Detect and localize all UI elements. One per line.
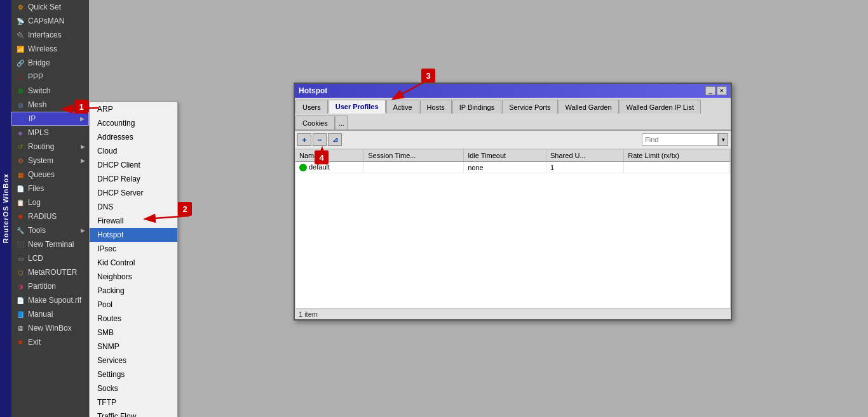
minimize-button[interactable]: _ (705, 86, 715, 95)
submenu-item-dhcp-server[interactable]: DHCP Server (90, 186, 177, 200)
submenu-item-firewall[interactable]: Firewall (90, 214, 177, 228)
table-row[interactable]: defaultnone1 (295, 162, 730, 173)
search-dropdown[interactable]: ▾ (718, 133, 728, 146)
sidebar-item-new-winbox[interactable]: 🖥New WinBox (11, 321, 89, 335)
sidebar-item-exit[interactable]: ✖Exit (11, 335, 89, 349)
sidebar-item-interfaces[interactable]: 🔌Interfaces (11, 28, 89, 42)
sidebar-item-label-new-terminal: New Terminal (28, 240, 74, 249)
sidebar-items: ⚙Quick Set📡CAPsMAN🔌Interfaces📶Wireless🔗B… (11, 0, 89, 417)
submenu-item-kid-control[interactable]: Kid Control (90, 256, 177, 270)
submenu-item-hotspot[interactable]: Hotspot (90, 228, 177, 242)
sidebar-item-ip[interactable]: ⬡IP▶ (11, 112, 89, 126)
tab-ip-bindings[interactable]: IP Bindings (452, 100, 501, 114)
filter-button[interactable]: ⊿ (328, 133, 342, 146)
submenu-item-routes[interactable]: Routes (90, 312, 177, 326)
submenu-item-snmp[interactable]: SNMP (90, 340, 177, 354)
sidebar-item-manual[interactable]: 📘Manual (11, 307, 89, 321)
sidebar-item-metarouter[interactable]: ⬡MetaROUTER (11, 265, 89, 279)
sidebar-item-lcd[interactable]: ▭LCD (11, 251, 89, 265)
sidebar-item-radius[interactable]: ✱RADIUS (11, 209, 89, 223)
submenu-item-arp[interactable]: ARP (90, 102, 177, 116)
files-icon: 📄 (15, 183, 25, 194)
column-name[interactable]: Name (295, 150, 364, 162)
status-bar: 1 item (295, 308, 731, 319)
sidebar-item-label-interfaces: Interfaces (28, 30, 62, 39)
system-icon: ⚙ (15, 156, 25, 166)
sidebar-item-label-make-supout: Make Supout.rif (28, 296, 81, 305)
cell-session-time (364, 162, 464, 173)
sidebar-item-tools[interactable]: 🔧Tools▶ (11, 223, 89, 237)
toolbar: + − ⊿ ▾ (295, 131, 731, 149)
submenu-item-pool[interactable]: Pool (90, 298, 177, 312)
sidebar-item-switch[interactable]: ⚙Switch (11, 84, 89, 98)
submenu-item-packing[interactable]: Packing (90, 284, 177, 298)
column-session-time---[interactable]: Session Time... (364, 150, 464, 162)
sidebar-item-bridge[interactable]: 🔗Bridge (11, 56, 89, 70)
mesh-icon: ◎ (15, 100, 25, 110)
new-terminal-icon: ⬛ (15, 239, 25, 249)
submenu-item-settings[interactable]: Settings (90, 367, 177, 381)
submenu-item-ipsec[interactable]: IPsec (90, 242, 177, 256)
sidebar-item-mpls[interactable]: ◈MPLS (11, 126, 89, 140)
app-label: RouterOS WinBox (0, 0, 11, 417)
submenu-item-dhcp-client[interactable]: DHCP Client (90, 158, 177, 172)
annotation-3: 3 (421, 69, 435, 83)
close-button[interactable]: ✕ (717, 86, 727, 95)
quick-set-icon: ⚙ (15, 2, 25, 12)
annotation-4: 4 (315, 150, 329, 164)
tab-users[interactable]: Users (295, 100, 328, 114)
tab-walled-garden[interactable]: Walled Garden (559, 100, 619, 114)
sidebar-item-label-switch: Switch (28, 86, 50, 95)
submenu-item-socks[interactable]: Socks (90, 381, 177, 395)
submenu-item-services[interactable]: Services (90, 354, 177, 367)
sidebar-item-files[interactable]: 📄Files (11, 182, 89, 195)
search-input[interactable] (642, 133, 718, 146)
sidebar-item-label-manual: Manual (28, 310, 53, 319)
submenu-item-traffic-flow[interactable]: Traffic Flow (90, 409, 177, 417)
column-rate-limit--rx-tx-[interactable]: Rate Limit (rx/tx) (624, 150, 730, 162)
sidebar-item-queues[interactable]: ▦Queues (11, 168, 89, 182)
tab-more[interactable]: ... (336, 116, 348, 129)
sidebar-item-system[interactable]: ⚙System▶ (11, 154, 89, 168)
submenu-item-smb[interactable]: SMB (90, 326, 177, 340)
window-titlebar: Hotspot _ ✕ (295, 84, 731, 98)
cell-name: default (295, 162, 364, 173)
sidebar-item-new-terminal[interactable]: ⬛New Terminal (11, 237, 89, 251)
submenu-item-cloud[interactable]: Cloud (90, 144, 177, 158)
submenu-item-dhcp-relay[interactable]: DHCP Relay (90, 172, 177, 186)
submenu-item-tftp[interactable]: TFTP (90, 395, 177, 409)
radius-icon: ✱ (15, 211, 25, 222)
tab-walled-garden-ip[interactable]: Walled Garden IP List (620, 100, 701, 114)
submenu-item-dns[interactable]: DNS (90, 200, 177, 214)
sidebar-item-capsman[interactable]: 📡CAPsMAN (11, 14, 89, 28)
capsman-icon: 📡 (15, 16, 25, 26)
sidebar-item-label-lcd: LCD (28, 254, 43, 263)
sidebar-item-wireless[interactable]: 📶Wireless (11, 42, 89, 56)
manual-icon: 📘 (15, 309, 25, 319)
sidebar-item-label-files: Files (28, 184, 44, 193)
tab-bar: UsersUser ProfilesActiveHostsIP Bindings… (295, 98, 731, 131)
make-supout-icon: 📄 (15, 295, 25, 305)
column-idle-timeout[interactable]: Idle Timeout (464, 150, 546, 162)
sidebar-item-make-supout[interactable]: 📄Make Supout.rif (11, 293, 89, 307)
routing-arrow-icon: ▶ (81, 143, 85, 150)
sidebar-item-log[interactable]: 📋Log (11, 195, 89, 209)
sidebar-item-quick-set[interactable]: ⚙Quick Set (11, 0, 89, 14)
tab-user-profiles[interactable]: User Profiles (329, 100, 386, 114)
sidebar-item-label-bridge: Bridge (28, 58, 50, 67)
sidebar-item-routing[interactable]: ↺Routing▶ (11, 140, 89, 154)
ip-submenu: ARPAccountingAddressesCloudDHCP ClientDH… (89, 102, 178, 417)
column-shared-u---[interactable]: Shared U... (546, 150, 624, 162)
submenu-item-neighbors[interactable]: Neighbors (90, 270, 177, 284)
submenu-item-addresses[interactable]: Addresses (90, 130, 177, 144)
cell-idle-timeout: none (464, 162, 546, 173)
tab-service-ports[interactable]: Service Ports (502, 100, 557, 114)
tab-hosts[interactable]: Hosts (420, 100, 452, 114)
sidebar-item-ppp[interactable]: ⬡PPP (11, 70, 89, 84)
submenu-item-accounting[interactable]: Accounting (90, 116, 177, 130)
tab-cookies[interactable]: Cookies (295, 116, 335, 129)
tab-active[interactable]: Active (386, 100, 419, 114)
remove-button[interactable]: − (313, 133, 327, 146)
sidebar-item-partition[interactable]: ◑Partition (11, 279, 89, 293)
add-button[interactable]: + (297, 133, 311, 146)
